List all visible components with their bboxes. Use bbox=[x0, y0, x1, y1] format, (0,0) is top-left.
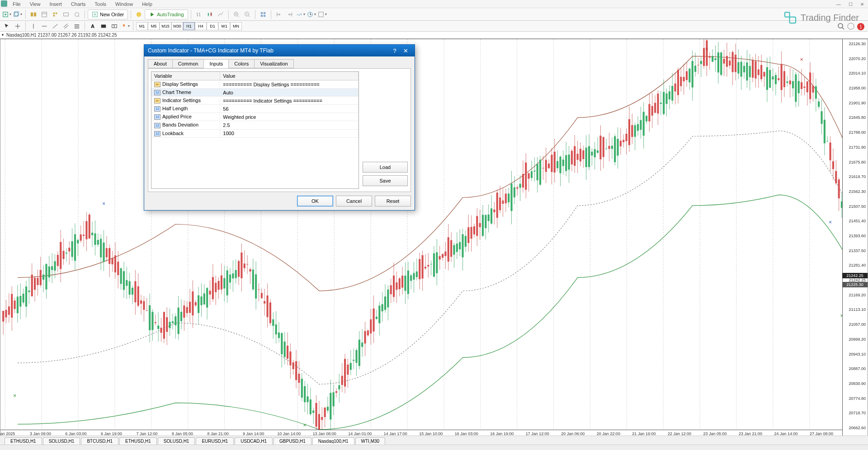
col-variable[interactable]: Variable bbox=[151, 72, 220, 80]
chart-tab[interactable]: SOLUSD,H1 bbox=[43, 437, 80, 445]
chart-tab[interactable]: USDCAD,H1 bbox=[235, 437, 273, 445]
strategy-tester-button[interactable] bbox=[72, 9, 82, 19]
input-row[interactable]: abIndicator Settings========== Indicator… bbox=[151, 97, 359, 105]
chart-tab[interactable]: Nasdaq100,H1 bbox=[312, 437, 354, 445]
vline-tool[interactable] bbox=[28, 21, 38, 31]
metaquotes-button[interactable] bbox=[134, 9, 144, 19]
timeframe-w1[interactable]: W1 bbox=[218, 22, 230, 30]
data-window-button[interactable] bbox=[39, 9, 49, 19]
tile-windows-button[interactable] bbox=[258, 9, 268, 19]
menu-window[interactable]: Window bbox=[111, 1, 137, 7]
navigator-button[interactable] bbox=[50, 9, 60, 19]
chart-tab[interactable]: GBPUSD,H1 bbox=[274, 437, 311, 445]
maximize-button[interactable]: ☐ bbox=[844, 0, 856, 8]
input-row[interactable]: 12Applied PriceWeighted price bbox=[151, 113, 359, 121]
channel-tool[interactable] bbox=[61, 21, 71, 31]
chart-tab[interactable]: WTI,M30 bbox=[355, 437, 386, 445]
label-tool[interactable] bbox=[99, 21, 108, 31]
periods-button[interactable] bbox=[307, 9, 316, 19]
new-order-button[interactable]: New Order bbox=[88, 9, 128, 19]
menu-file[interactable]: File bbox=[8, 1, 25, 7]
timeframe-mn[interactable]: MN bbox=[230, 22, 242, 30]
candle-chart-button[interactable] bbox=[205, 9, 215, 19]
dialog-tab-colors[interactable]: Colors bbox=[228, 59, 255, 68]
svg-point-26 bbox=[848, 23, 854, 29]
dialog-close-button[interactable]: ✕ bbox=[400, 47, 411, 54]
menu-insert[interactable]: Insert bbox=[45, 1, 66, 7]
menu-help[interactable]: Help bbox=[137, 1, 157, 7]
trendline-tool[interactable] bbox=[50, 21, 60, 31]
load-button[interactable]: Load bbox=[363, 162, 408, 173]
reset-button[interactable]: Reset bbox=[375, 196, 411, 206]
terminal-button[interactable] bbox=[61, 9, 71, 19]
timeframe-h4[interactable]: H4 bbox=[195, 22, 207, 30]
svg-rect-288 bbox=[341, 376, 343, 385]
input-row[interactable]: 12Bands Deviation2.5 bbox=[151, 121, 359, 129]
timeframe-m5[interactable]: M5 bbox=[148, 22, 160, 30]
menu-view[interactable]: View bbox=[25, 1, 45, 7]
timeframe-h1[interactable]: H1 bbox=[183, 22, 195, 30]
svg-rect-360 bbox=[444, 252, 446, 256]
timeframe-d1[interactable]: D1 bbox=[207, 22, 218, 30]
timeframe-m15[interactable]: M15 bbox=[160, 22, 171, 30]
svg-rect-562 bbox=[735, 55, 736, 72]
shift-button[interactable] bbox=[274, 9, 284, 19]
hline-tool[interactable] bbox=[39, 21, 49, 31]
chart-tab[interactable]: SOLUSD,H1 bbox=[158, 437, 195, 445]
chart-tab[interactable]: ETHUSD,H1 bbox=[119, 437, 157, 445]
dialog-tab-inputs[interactable]: Inputs bbox=[203, 59, 229, 68]
svg-rect-372 bbox=[462, 234, 463, 257]
chart-area[interactable]: ××××××× 22126.3022070.2022014.1021958.00… bbox=[0, 39, 868, 437]
menu-charts[interactable]: Charts bbox=[66, 1, 90, 7]
chart-tab[interactable]: EURUSD,H1 bbox=[196, 437, 234, 445]
save-button[interactable]: Save bbox=[363, 175, 408, 186]
dialog-tab-common[interactable]: Common bbox=[172, 59, 204, 68]
svg-rect-268 bbox=[312, 411, 314, 413]
text-tool[interactable]: A bbox=[88, 21, 98, 31]
cursor-tool[interactable] bbox=[2, 21, 12, 31]
svg-rect-374 bbox=[465, 236, 467, 247]
market-watch-button[interactable] bbox=[28, 9, 38, 19]
chart-tab[interactable]: ETHUSD,H1 bbox=[5, 437, 42, 445]
price-label: 21901.90 bbox=[849, 101, 866, 105]
input-row[interactable]: 12Lookback1000 bbox=[151, 129, 359, 137]
templates-button[interactable] bbox=[317, 9, 327, 19]
menu-tools[interactable]: Tools bbox=[90, 1, 111, 7]
alert-badge[interactable] bbox=[847, 23, 854, 31]
col-value[interactable]: Value bbox=[220, 72, 359, 80]
inputs-grid[interactable]: Variable Value abDisplay Settings=======… bbox=[151, 71, 359, 189]
dialog-help-button[interactable]: ? bbox=[389, 47, 400, 54]
shapes-tool[interactable] bbox=[120, 21, 130, 31]
autoscroll-button[interactable] bbox=[285, 9, 295, 19]
profiles-button[interactable] bbox=[13, 9, 23, 19]
textlabel-tool[interactable]: T bbox=[109, 21, 119, 31]
svg-rect-304 bbox=[364, 331, 366, 344]
chart-tab[interactable]: BTCUSD,H1 bbox=[81, 437, 118, 445]
dialog-titlebar[interactable]: Custom Indicator - TMA+CG Indicator MT4 … bbox=[144, 45, 415, 56]
timeframe-m30[interactable]: M30 bbox=[171, 22, 183, 30]
svg-rect-414 bbox=[522, 174, 524, 188]
dialog-tab-visualization[interactable]: Visualization bbox=[254, 59, 294, 68]
input-row[interactable]: 12Chart ThemeAuto bbox=[151, 89, 359, 97]
dialog-tab-about[interactable]: About bbox=[148, 59, 173, 68]
zoom-out-button[interactable] bbox=[242, 9, 252, 19]
svg-rect-56 bbox=[8, 306, 10, 315]
fibo-tool[interactable] bbox=[72, 21, 82, 31]
notification-badge[interactable]: 1 bbox=[857, 23, 864, 30]
zoom-in-button[interactable] bbox=[231, 9, 241, 19]
new-chart-button[interactable] bbox=[2, 9, 12, 19]
cancel-button[interactable]: Cancel bbox=[336, 196, 372, 206]
input-row[interactable]: 12Half Length56 bbox=[151, 105, 359, 113]
search-icon[interactable] bbox=[837, 23, 844, 31]
autotrading-button[interactable]: AutoTrading bbox=[145, 9, 188, 19]
minimize-button[interactable]: — bbox=[833, 0, 844, 8]
input-row[interactable]: abDisplay Settings========== Display Set… bbox=[151, 80, 359, 89]
svg-rect-180 bbox=[186, 307, 188, 313]
indicators-button[interactable] bbox=[296, 9, 306, 19]
crosshair-tool[interactable] bbox=[13, 21, 23, 31]
line-chart-button[interactable] bbox=[216, 9, 226, 19]
ok-button[interactable]: OK bbox=[297, 196, 333, 206]
timeframe-m1[interactable]: M1 bbox=[136, 22, 148, 30]
close-button[interactable]: ✕ bbox=[856, 0, 868, 8]
bar-chart-button[interactable] bbox=[194, 9, 204, 19]
